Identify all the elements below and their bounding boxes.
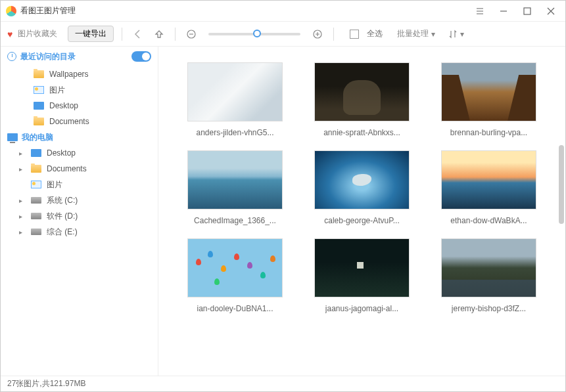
content-area: anders-jilden-vhnG5... annie-spratt-Abnk… — [158, 47, 565, 376]
tree-item-documents[interactable]: ▸Documents — [1, 161, 158, 177]
expand-arrow[interactable]: ▸ — [19, 165, 26, 173]
sidebar-item-pictures[interactable]: 图片 — [1, 82, 158, 98]
statusbar: 27张图片,共121.97MB — [1, 376, 565, 391]
thumbnail-item[interactable]: ian-dooley-DuBNA1... — [185, 238, 285, 313]
expand-arrow[interactable]: ▸ — [19, 150, 26, 157]
sidebar-item-label: Desktop — [49, 101, 78, 110]
folder-icon — [34, 118, 44, 125]
thumbnail-label: CachedImage_1366_... — [194, 216, 276, 225]
expand-arrow[interactable]: ▸ — [19, 197, 26, 204]
computer-header[interactable]: 我的电脑 — [1, 129, 158, 145]
computer-icon — [7, 133, 18, 141]
sidebar: 最近访问的目录 Wallpapers 图片 Desktop Documents … — [1, 47, 158, 376]
divider — [175, 28, 176, 41]
recent-header-label: 最近访问的目录 — [20, 51, 76, 62]
tree-item-label: Desktop — [47, 148, 76, 158]
expand-arrow[interactable]: ▸ — [19, 213, 26, 220]
thumbnail-label: jaanus-jagomagi-al... — [325, 304, 398, 313]
sidebar-item-label: Documents — [49, 117, 89, 126]
toolbar: ♥ 图片收藏夹 一键导出 全选 批量处理 ▾ ▾ — [1, 22, 565, 47]
select-all-label[interactable]: 全选 — [367, 28, 383, 39]
tree-item-label: 系统 (C:) — [47, 195, 78, 206]
clock-icon — [7, 52, 16, 61]
image-icon — [31, 181, 41, 188]
disk-icon — [31, 229, 41, 235]
sidebar-item-wallpapers[interactable]: Wallpapers — [1, 66, 158, 82]
image-icon — [34, 86, 44, 94]
thumbnail-item[interactable]: jeremy-bishop-d3fZ... — [438, 238, 539, 313]
thumbnail-image — [314, 62, 410, 121]
desktop-icon — [34, 102, 44, 110]
expand-arrow[interactable]: ▸ — [19, 229, 26, 236]
thumbnail-image — [314, 150, 410, 209]
thumbnail-item[interactable]: brennan-burling-vpa... — [438, 62, 539, 137]
thumbnail-image — [187, 62, 283, 121]
batch-process-dropdown[interactable]: 批量处理 ▾ — [397, 28, 435, 39]
favorites-label[interactable]: 图片收藏夹 — [18, 28, 57, 39]
tree-item-drive-e[interactable]: ▸综合 (E:) — [1, 224, 158, 240]
close-button[interactable] — [542, 2, 560, 20]
thumbnail-grid: anders-jilden-vhnG5... annie-spratt-Abnk… — [158, 47, 565, 376]
thumbnail-image — [314, 238, 410, 297]
batch-label: 批量处理 — [397, 28, 429, 39]
sidebar-item-desktop[interactable]: Desktop — [1, 98, 158, 114]
thumbnail-label: ian-dooley-DuBNA1... — [197, 304, 273, 313]
titlebar-controls — [471, 2, 560, 20]
thumbnail-label: brennan-burling-vpa... — [450, 128, 527, 137]
minimize-button[interactable] — [494, 2, 513, 20]
tree-item-drive-d[interactable]: ▸软件 (D:) — [1, 208, 158, 224]
tree-item-label: 图片 — [47, 179, 62, 190]
app-window: 看图王图片管理 ♥ 图片收藏夹 一键导出 全选 批量处理 ▾ ▾ — [0, 0, 566, 392]
folder-icon — [31, 165, 41, 173]
app-icon — [6, 6, 16, 16]
back-button[interactable] — [130, 26, 146, 42]
sidebar-item-documents[interactable]: Documents — [1, 114, 158, 129]
menu-button[interactable] — [471, 2, 489, 20]
select-all-checkbox[interactable] — [350, 30, 359, 39]
tree-item-drive-c[interactable]: ▸系统 (C:) — [1, 192, 158, 208]
tree-item-desktop[interactable]: ▸Desktop — [1, 145, 158, 161]
disk-icon — [31, 213, 41, 219]
thumbnail-image — [441, 238, 536, 297]
zoom-slider[interactable] — [208, 33, 300, 35]
thumbnail-label: annie-spratt-Abnkxs... — [323, 128, 400, 137]
zoom-thumb[interactable] — [253, 30, 261, 37]
thumbnail-item[interactable]: caleb-george-AtvuP... — [312, 150, 412, 225]
up-button[interactable] — [151, 26, 167, 42]
recent-toggle[interactable] — [131, 51, 151, 62]
divider — [333, 28, 334, 41]
desktop-icon — [31, 149, 41, 157]
thumbnail-label: caleb-george-AtvuP... — [324, 216, 400, 225]
window-title: 看图王图片管理 — [20, 5, 76, 16]
thumbnail-image — [187, 238, 283, 297]
vertical-scrollbar[interactable] — [559, 145, 564, 224]
thumbnail-image — [187, 150, 283, 209]
titlebar: 看图王图片管理 — [1, 1, 565, 22]
tree-item-label: Documents — [47, 164, 87, 173]
chevron-down-icon: ▾ — [431, 30, 435, 39]
thumbnail-label: ethan-dow-dWaBkA... — [450, 216, 527, 225]
thumbnail-item[interactable]: ethan-dow-dWaBkA... — [438, 150, 539, 225]
disk-icon — [31, 197, 41, 204]
computer-header-label: 我的电脑 — [22, 132, 53, 143]
thumbnail-image — [441, 62, 536, 121]
recent-header: 最近访问的目录 — [1, 47, 158, 66]
export-button[interactable]: 一键导出 — [68, 26, 114, 42]
thumbnail-label: jeremy-bishop-d3fZ... — [452, 304, 526, 313]
zoom-out-button[interactable] — [183, 26, 199, 42]
titlebar-left: 看图王图片管理 — [6, 5, 76, 16]
thumbnail-item[interactable]: annie-spratt-Abnkxs... — [312, 62, 412, 137]
sidebar-item-label: 图片 — [49, 85, 65, 96]
thumbnail-item[interactable]: CachedImage_1366_... — [185, 150, 285, 225]
svg-rect-0 — [524, 8, 531, 14]
main: 最近访问的目录 Wallpapers 图片 Desktop Documents … — [1, 47, 565, 376]
sidebar-item-label: Wallpapers — [49, 70, 89, 79]
thumbnail-item[interactable]: jaanus-jagomagi-al... — [312, 238, 412, 313]
tree-item-pictures[interactable]: ▸图片 — [1, 177, 158, 192]
chevron-down-icon: ▾ — [460, 30, 464, 39]
sort-dropdown[interactable]: ▾ — [448, 30, 464, 39]
thumbnail-item[interactable]: anders-jilden-vhnG5... — [185, 62, 285, 137]
zoom-in-button[interactable] — [310, 26, 325, 42]
maximize-button[interactable] — [518, 2, 536, 20]
heart-icon: ♥ — [7, 29, 12, 39]
